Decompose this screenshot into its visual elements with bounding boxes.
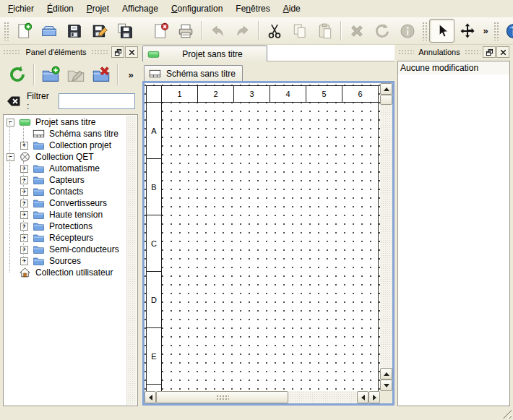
scroll-right-button[interactable]	[368, 391, 380, 403]
save-as-icon	[91, 22, 108, 40]
new-category-button[interactable]	[38, 62, 63, 87]
save-as-button[interactable]	[87, 19, 112, 43]
ruler-column-6: 6	[342, 85, 379, 103]
selection-info-button[interactable]	[395, 19, 420, 43]
menu-configuration[interactable]: Configuration	[165, 1, 229, 17]
ruler-row-D: D	[146, 271, 162, 328]
collapse-icon[interactable]: −	[7, 153, 14, 161]
menu-aide[interactable]: Aide	[277, 1, 307, 17]
toolbar-separator	[340, 21, 341, 40]
folder-icon	[31, 197, 46, 209]
elements-panel-title: Panel d'éléments	[23, 48, 88, 56]
arrow-down-icon	[384, 384, 389, 387]
new-category-icon	[41, 65, 60, 84]
expand-icon[interactable]: +	[20, 142, 28, 150]
diagram-info-button[interactable]	[501, 19, 513, 43]
expand-icon[interactable]: +	[20, 234, 28, 242]
tools-overflow-button[interactable]: »	[480, 21, 491, 41]
ruler-column-4: 4	[270, 85, 306, 103]
tree-item-label: Contacts	[49, 187, 83, 197]
menu-edition[interactable]: Édition	[40, 1, 80, 17]
undo-button[interactable]	[204, 19, 230, 43]
ruler-column-1: 1	[161, 85, 198, 103]
clear-filter-icon[interactable]	[6, 93, 22, 109]
delete-selection-button[interactable]	[344, 19, 369, 43]
scroll-down-button[interactable]	[380, 380, 392, 391]
expand-icon[interactable]: +	[20, 211, 28, 219]
delete-category-button[interactable]	[88, 62, 113, 87]
redo-button[interactable]	[230, 19, 255, 43]
copy-button[interactable]	[287, 19, 312, 43]
cut-button[interactable]	[262, 19, 287, 43]
ruler-row-partial	[146, 384, 162, 391]
menu-affichage[interactable]: Affichage	[116, 1, 165, 17]
mdi-area: Projet sans titre Schéma sans titre 1234…	[142, 45, 395, 407]
ruler-column-3: 3	[233, 85, 270, 103]
expand-icon[interactable]: +	[20, 188, 28, 196]
elements-panel-titlebar[interactable]: Panel d'éléments	[1, 45, 139, 59]
close-undo-button[interactable]	[496, 46, 509, 58]
filter-label: Filtrer :	[27, 91, 53, 111]
scroll-up-button[interactable]	[380, 83, 392, 95]
diagram-view[interactable]: 123456ABCDE	[142, 81, 395, 406]
toolbar-handle[interactable]	[493, 22, 499, 40]
expand-icon[interactable]: +	[20, 176, 28, 184]
dock-buttons-left	[111, 46, 138, 58]
reload-collections-button[interactable]	[4, 62, 30, 87]
paste-button[interactable]	[312, 19, 337, 43]
close-document-icon	[152, 22, 169, 40]
panel-overflow-button[interactable]: »	[125, 64, 137, 85]
tab-schema-label: Schéma sans titre	[163, 69, 238, 79]
diagram-canvas[interactable]: 123456ABCDE	[145, 83, 380, 391]
delete-category-icon	[92, 65, 111, 84]
float-undo-button[interactable]	[483, 46, 496, 58]
print-button[interactable]	[173, 19, 198, 43]
folder-icon	[31, 244, 46, 255]
collapse-icon[interactable]: −	[7, 119, 14, 127]
scroll-up-button-2[interactable]	[380, 368, 392, 380]
new-document-button[interactable]	[11, 19, 36, 43]
select-tool-button[interactable]	[429, 19, 454, 43]
edit-category-button[interactable]	[63, 62, 88, 87]
vertical-scroll-thumb[interactable]	[380, 95, 392, 105]
menu-fenetres[interactable]: Fenêtres	[229, 1, 276, 17]
save-button[interactable]	[61, 19, 87, 43]
tree-scrollbar-track[interactable]	[126, 116, 137, 405]
vertical-scrollbar[interactable]	[380, 83, 392, 391]
tab-project[interactable]: Projet sans titre	[142, 46, 267, 61]
grid-dots	[145, 83, 380, 391]
undo-list-item[interactable]: Aucune modification	[398, 61, 509, 74]
undo-titlebar[interactable]: Annulations	[397, 45, 511, 59]
scroll-left-button-2[interactable]	[357, 391, 368, 403]
expand-icon[interactable]: +	[20, 223, 28, 231]
horizontal-scrollbar[interactable]	[145, 391, 380, 403]
menu-fichier[interactable]: Fichier	[1, 1, 40, 17]
filter-input[interactable]	[59, 93, 135, 109]
delete-icon	[348, 22, 366, 40]
close-document-button[interactable]	[147, 19, 173, 43]
horizontal-scroll-thumb[interactable]	[156, 391, 288, 403]
expand-icon[interactable]: +	[20, 165, 28, 173]
edit-category-icon	[66, 65, 85, 84]
toolbar-handle[interactable]	[4, 22, 9, 40]
tree-item-label: Sources	[49, 256, 81, 266]
menu-projet[interactable]: Projet	[80, 1, 116, 17]
home-icon	[17, 267, 33, 278]
resize-grip[interactable]	[502, 409, 512, 419]
float-panel-button[interactable]	[111, 46, 124, 58]
move-tool-button[interactable]	[454, 19, 480, 43]
expand-icon[interactable]: +	[20, 200, 28, 207]
folder-icon	[31, 232, 46, 244]
rotate-selection-button[interactable]	[369, 19, 395, 43]
folder-icon	[31, 255, 46, 267]
scroll-left-button[interactable]	[145, 391, 156, 403]
tab-schema[interactable]: Schéma sans titre	[144, 65, 243, 81]
toolbar-handle[interactable]	[422, 22, 427, 40]
open-project-button[interactable]	[36, 19, 61, 43]
project-icon	[147, 48, 160, 60]
expand-icon[interactable]: +	[20, 257, 28, 265]
save-all-button[interactable]	[112, 19, 137, 43]
close-panel-button[interactable]	[125, 46, 138, 58]
expand-icon[interactable]: +	[20, 246, 28, 254]
tree-item-collection-utilisateur[interactable]: Collection utilisateur	[4, 267, 127, 278]
